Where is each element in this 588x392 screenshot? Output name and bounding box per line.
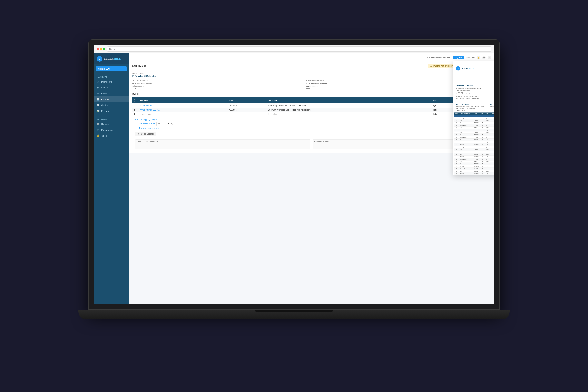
plus-icon: + bbox=[135, 127, 136, 129]
preview-company-info: PRO WEB LIDER LLC 6th mile, Near Hariama… bbox=[456, 85, 494, 100]
add-payment-link[interactable]: + + Add advanced payment bbox=[135, 127, 488, 129]
preview-table-row: 4 Bathing Soap 454646 3 gms Rs. 20 Rs.48… bbox=[454, 124, 494, 126]
preview-sub-header: RateAmt. RateAmt. RateAmt. bbox=[454, 115, 494, 117]
sidebar-item-label: Reports bbox=[101, 110, 109, 112]
bill-to: Bill to: TYRE ART SILIGURI Karseong, Wes… bbox=[456, 102, 490, 111]
nav-section: NAVIGATE ⊞ Dashboard ◉ Clients ▦ Product… bbox=[94, 73, 129, 116]
sidebar-logo: S SLEEKBILL bbox=[94, 53, 129, 64]
col-hsn: HSN ↕ bbox=[227, 97, 266, 104]
top-bar: You are currently in Free Plan Upgrade V… bbox=[129, 53, 494, 62]
preview-table-row: 15 Potatos 51533666 1 kg Rs. 14 Rs. 241 … bbox=[454, 151, 494, 153]
logo-icon: S bbox=[97, 56, 102, 62]
preview-table-row: 7 Cips 556622 5 units Rs. 50 Rs.412 Rs. … bbox=[454, 131, 494, 134]
cell-no: 2 bbox=[132, 108, 138, 112]
sidebar-item-invoices[interactable]: 📄 Invoices bbox=[94, 96, 129, 102]
settings-icon[interactable]: ⚙ bbox=[482, 56, 486, 60]
col-no: No. ↕ bbox=[132, 97, 138, 104]
cell-select-product[interactable]: Select Product bbox=[138, 112, 228, 116]
preview-table-row: 6 Potatos 51533666 1 kg Rs. 14 Rs. 241 R… bbox=[454, 129, 494, 131]
cell-hsn: 4253555 bbox=[227, 104, 266, 108]
cell-item: Arthur Pittman LLC + Add bbox=[138, 108, 228, 112]
ship-to: Ship to: TYRE ART SILIGURI Karseong, Wes… bbox=[490, 102, 494, 111]
col-desc: Description ↕ bbox=[266, 97, 432, 104]
preview-info-section: PRO WEB LIDER LLC 6th mile, Near Hariama… bbox=[453, 83, 494, 101]
cell-no: 3 bbox=[132, 112, 138, 116]
preview-table-row: 8 Potatos 51533666 1 kg Rs. 14 Rs. 241 R… bbox=[454, 134, 494, 136]
discount-input[interactable] bbox=[156, 122, 164, 126]
sidebar-item-preferences[interactable]: ⚙ Preferences bbox=[94, 127, 129, 133]
terms-textarea[interactable] bbox=[135, 139, 310, 149]
dashboard-icon: ⊞ bbox=[97, 80, 100, 83]
preview-logo-icon: S bbox=[456, 66, 460, 70]
preview-table-row: 24 Potatos 51533666 1 kg Rs. 14 Rs. 241 … bbox=[454, 172, 494, 175]
sidebar-item-reports[interactable]: 📊 Reports bbox=[94, 108, 129, 114]
close-dot[interactable] bbox=[97, 48, 99, 50]
cell-desc: Study 600 Numbers Still Popular With Adv… bbox=[266, 108, 432, 112]
sidebar-item-company[interactable]: 🏢 Company bbox=[94, 121, 129, 127]
th-hsn: HSN bbox=[472, 112, 480, 115]
preview-company-address: 6th mile, Near Hariamaya College, Tadong… bbox=[456, 87, 494, 95]
cell-item: Arthur Pittman LLC bbox=[138, 104, 228, 108]
content-header: Edit invoice ⚠ Warning: You are editing … bbox=[129, 62, 494, 70]
preview-table-row: 13 Bathing Soap 454646 3 gms Rs. 20 Rs.4… bbox=[454, 146, 494, 148]
preview-table: S.No Item Description HSN Qty. Unit Rate… bbox=[454, 112, 494, 175]
sidebar-item-products[interactable]: ▦ Products bbox=[94, 90, 129, 96]
invoice-section-title: Invoice bbox=[132, 93, 491, 96]
sidebar-item-clients[interactable]: ◉ Clients bbox=[94, 85, 129, 90]
app-layout: S SLEEKBILL Netzee LLC NAVIGATE ⊞ Dashbo… bbox=[94, 53, 494, 304]
sidebar: S SLEEKBILL Netzee LLC NAVIGATE ⊞ Dashbo… bbox=[94, 53, 129, 304]
preview-logo-text: SLEEKBILL bbox=[462, 67, 474, 70]
cell-desc-placeholder[interactable]: Description bbox=[266, 112, 432, 116]
sidebar-item-quotes[interactable]: 💬 Quotes bbox=[94, 102, 129, 108]
top-bar-right: You are currently in Free Plan Upgrade V… bbox=[425, 56, 491, 60]
client-row: Client name PRO WEB LIDER LLC Invoice no… bbox=[132, 72, 491, 78]
preview-table-row: 17 Potatos 51533666 1 kg Rs. 14 Rs. 241 … bbox=[454, 156, 494, 158]
notifications-icon[interactable]: 🔔 bbox=[477, 56, 480, 60]
sidebar-item-label: Invoices bbox=[101, 98, 109, 100]
logo-text: SLEEKBILL bbox=[104, 57, 121, 60]
cell-no: 1 bbox=[132, 104, 138, 108]
preview-header: S SLEEKBILL INVOICE #INV-1024 Amount Due… bbox=[453, 64, 494, 83]
client-group: Client name PRO WEB LIDER LLC bbox=[132, 72, 465, 78]
invoice-settings-button[interactable]: ⚙ Invoice Settings bbox=[135, 132, 156, 136]
sidebar-item-label: Dashboard bbox=[101, 80, 112, 83]
add-shipping-link[interactable]: + + Add shipping charges bbox=[135, 118, 488, 120]
discount-type-select[interactable]: % Rs bbox=[166, 122, 174, 126]
preview-company-name: PRO WEB LIDER LLC bbox=[456, 85, 494, 87]
discount-row: + + Add discount to all % Rs bbox=[135, 122, 488, 126]
sidebar-item-dashboard[interactable]: ⊞ Dashboard bbox=[94, 79, 129, 85]
th-item: Item Description bbox=[459, 112, 472, 115]
th-rate: Rate per Item bbox=[490, 112, 494, 115]
help-icon[interactable]: ? bbox=[488, 56, 491, 60]
table-header-row: No. ↕ Item name ↕ HSN ↕ Description ↕ Un… bbox=[132, 97, 491, 104]
search-input[interactable] bbox=[107, 46, 491, 52]
cell-desc: Advertising Laying Your Cards On The Tab… bbox=[266, 104, 432, 108]
preview-table-row: 21 Potatos 51533666 1 kg Rs. 14 Rs. 241 … bbox=[454, 165, 494, 168]
upgrade-button[interactable]: Upgrade bbox=[453, 56, 464, 60]
th-unit: Unit bbox=[485, 112, 490, 115]
maximize-dot[interactable] bbox=[103, 48, 105, 50]
preview-table-row: 16 Cips 556622 5 units Rs. 50 Rs.412 Rs.… bbox=[454, 153, 494, 156]
page-title: Edit invoice bbox=[132, 64, 146, 68]
bill-name: TYRE ART SILIGURI bbox=[456, 104, 490, 106]
minimize-dot[interactable] bbox=[100, 48, 102, 50]
right-panel: You are currently in Free Plan Upgrade V… bbox=[129, 53, 494, 304]
client-name: PRO WEB LIDER LLC bbox=[132, 75, 465, 78]
preview-table-row: 18 Bathing Soap 454646 3 gms Rs. 20 Rs.4… bbox=[454, 158, 494, 160]
preview-company-desc: All types of Car Stickers & AccessoriesT… bbox=[456, 96, 494, 100]
laptop-screen-bezel: S SLEEKBILL Netzee LLC NAVIGATE ⊞ Dashbo… bbox=[88, 39, 500, 310]
preview-table-row: 2 Cips 556622 5 units Rs. 50 Rs.412 Rs. … bbox=[454, 119, 494, 122]
clients-icon: ◉ bbox=[97, 86, 100, 89]
sidebar-item-taxes[interactable]: 💰 Taxes bbox=[94, 133, 129, 139]
preview-table-row: 14 Cips 556622 5 units Rs. 50 Rs.412 Rs.… bbox=[454, 148, 494, 150]
laptop-shell: S SLEEKBILL Netzee LLC NAVIGATE ⊞ Dashbo… bbox=[59, 39, 529, 353]
preview-table-row: 12 Potatos 51533666 1 kg Rs. 14 Rs. 241 … bbox=[454, 144, 494, 146]
preview-table-row: 23 Cips 556622 5 units Rs. 50 Rs.412 Rs.… bbox=[454, 170, 494, 172]
address-section: BILLING ADDRESS 91 Schamberger Plain Apt… bbox=[132, 80, 491, 90]
sidebar-item-label: Clients bbox=[101, 86, 108, 89]
laptop-screen: S SLEEKBILL Netzee LLC NAVIGATE ⊞ Dashbo… bbox=[94, 45, 494, 304]
sidebar-item-label: Products bbox=[101, 92, 110, 95]
add-discount-link[interactable]: + + Add discount to all bbox=[135, 123, 155, 125]
sidebar-client-button[interactable]: Netzee LLC bbox=[96, 66, 126, 71]
sidebar-item-label: Quotes bbox=[101, 104, 108, 106]
